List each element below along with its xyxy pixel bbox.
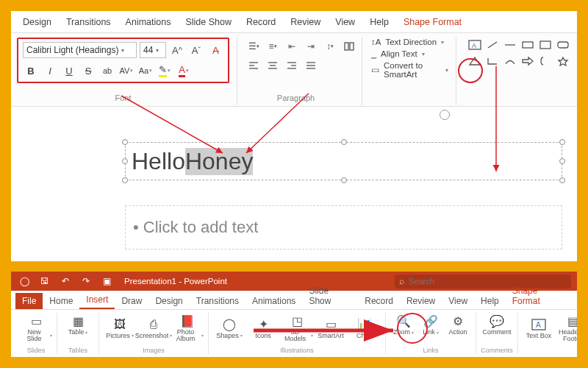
header-footer-button[interactable]: ▤Header & Footer — [556, 313, 577, 343]
tab-design[interactable]: Design — [15, 13, 59, 31]
smartart-icon: ▭ — [323, 316, 339, 333]
change-case-button[interactable]: Aa▾ — [137, 63, 154, 79]
text-box-button[interactable]: AText Box — [523, 316, 555, 339]
svg-text:A: A — [472, 42, 476, 49]
align-text-button[interactable]: ⎯Align Text▾ — [371, 49, 448, 58]
textbox-shape-icon[interactable]: A — [467, 38, 483, 52]
shapes-button[interactable]: ◯Shapes▾ — [213, 316, 245, 339]
tab-slideshow[interactable]: Slide Show — [178, 13, 239, 31]
tab-transitions[interactable]: Transitions — [190, 293, 245, 309]
line-shape-icon[interactable] — [484, 38, 501, 52]
align-left-button[interactable] — [245, 57, 262, 74]
font-name-combo[interactable]: Calibri Light (Headings)▾ — [23, 42, 137, 58]
rect-shape-icon[interactable] — [520, 38, 536, 52]
star-shape-icon[interactable] — [555, 54, 571, 68]
action-icon: ⚙ — [450, 313, 466, 329]
tab-insert[interactable]: Insert — [79, 291, 115, 309]
chevron-down-icon: ▾ — [121, 47, 124, 54]
decrease-font-button[interactable]: Aˇ — [188, 42, 204, 58]
tab-animations[interactable]: Animations — [118, 13, 179, 31]
redo-button[interactable]: ↷ — [79, 274, 93, 289]
zoom-button[interactable]: 🔍Zoom▾ — [390, 313, 417, 336]
highlight-button[interactable]: ✎▾ — [157, 63, 173, 79]
3d-models-button[interactable]: ◳3D Models▾ — [281, 313, 313, 343]
pictures-button[interactable]: 🖼Pictures▾ — [104, 316, 136, 339]
shapes-gallery[interactable]: A — [456, 38, 571, 68]
tab-review[interactable]: Review — [283, 13, 328, 31]
convert-smartart-button[interactable]: ▭Convert to SmartArt▾ — [371, 61, 448, 79]
action-button[interactable]: ⚙Action — [445, 313, 471, 336]
undo-button[interactable]: ↶ — [58, 274, 73, 289]
tab-animations[interactable]: Animations — [245, 293, 302, 309]
svg-rect-19 — [540, 41, 551, 49]
insert-ribbon: ▭New Slide▾ Slides ▦Table▾ Tables 🖼Pictu… — [11, 310, 577, 355]
tab-view[interactable]: View — [442, 293, 474, 309]
numbering-button[interactable]: ≡▾ — [264, 38, 282, 55]
rotate-handle[interactable] — [440, 110, 450, 120]
increase-indent-button[interactable]: ⇥ — [302, 38, 320, 55]
tab-record[interactable]: Record — [239, 13, 283, 31]
tab-shape-format[interactable]: Shape Format — [506, 283, 573, 309]
new-slide-icon: ▭ — [28, 313, 44, 329]
elbow-connector-icon[interactable] — [484, 54, 501, 68]
italic-button[interactable]: I — [42, 63, 58, 79]
shapes-icon: ◯ — [221, 316, 237, 333]
chart-button[interactable]: 📊Chart — [348, 316, 381, 339]
photo-album-button[interactable]: 📕Photo Album▾ — [171, 313, 204, 343]
triangle-shape-icon[interactable] — [467, 54, 483, 68]
bold-button[interactable]: B — [23, 63, 39, 79]
tab-draw[interactable]: Draw — [115, 293, 148, 309]
paragraph-group-label: Paragraph — [237, 93, 354, 102]
font-size-combo[interactable]: 44▾ — [140, 42, 166, 58]
comment-button[interactable]: 💬Comment — [481, 313, 513, 336]
clear-format-button[interactable]: A̶ — [207, 42, 223, 58]
columns-button[interactable] — [340, 38, 358, 55]
slide-canvas[interactable]: Hello Honey • Click to add text — [125, 129, 562, 254]
rect-shape-icon[interactable] — [537, 38, 553, 52]
title-placeholder[interactable]: Hello Honey — [125, 142, 562, 180]
tab-help[interactable]: Help — [362, 13, 396, 31]
bullets-button[interactable]: ☰▾ — [245, 38, 262, 55]
new-slide-button[interactable]: ▭New Slide▾ — [20, 313, 52, 343]
smartart-icon: ▭ — [371, 65, 379, 75]
brace-shape-icon[interactable] — [537, 54, 553, 68]
rounded-rect-icon[interactable] — [555, 38, 571, 52]
autosave-toggle[interactable]: ◯ — [17, 274, 32, 289]
tab-shape-format[interactable]: Shape Format — [396, 13, 469, 31]
strike-button[interactable]: S — [80, 63, 96, 79]
tab-design[interactable]: Design — [148, 293, 189, 309]
tab-view[interactable]: View — [328, 13, 362, 31]
arrow-shape-icon[interactable] — [520, 54, 536, 68]
justify-button[interactable] — [302, 57, 320, 74]
line-shape-icon[interactable] — [502, 38, 518, 52]
pictures-icon: 🖼 — [112, 316, 128, 333]
tab-help[interactable]: Help — [474, 293, 506, 309]
decrease-indent-button[interactable]: ⇤ — [283, 38, 301, 55]
shadow-button[interactable]: ab — [99, 63, 115, 79]
spacing-button[interactable]: AV▾ — [118, 63, 135, 79]
tab-review[interactable]: Review — [400, 293, 442, 309]
body-placeholder[interactable]: • Click to add text — [125, 205, 562, 250]
tab-file[interactable]: File — [15, 293, 43, 309]
images-group-label: Images — [104, 347, 204, 354]
comments-group-label: Comments — [481, 347, 513, 354]
font-color-button[interactable]: A▾ — [176, 63, 192, 79]
curve-shape-icon[interactable] — [502, 54, 518, 68]
screenshot-button[interactable]: ⎙Screenshot▾ — [137, 316, 170, 339]
tab-record[interactable]: Record — [358, 293, 400, 309]
tab-slideshow[interactable]: Slide Show — [302, 283, 358, 309]
align-right-button[interactable] — [283, 57, 301, 74]
table-button[interactable]: ▦Table▾ — [62, 313, 94, 336]
align-center-button[interactable] — [264, 57, 282, 74]
tab-transitions[interactable]: Transitions — [59, 13, 118, 31]
save-button[interactable]: 🖫 — [37, 274, 52, 289]
start-slideshow-button[interactable]: ▣ — [99, 274, 114, 289]
icons-button[interactable]: ✦Icons — [247, 316, 279, 339]
tab-home[interactable]: Home — [43, 293, 79, 309]
line-spacing-button[interactable]: ↕▾ — [321, 38, 339, 55]
text-direction-button[interactable]: ↕AText Direction▾ — [371, 38, 448, 46]
link-button[interactable]: 🔗Link▾ — [418, 313, 443, 336]
underline-button[interactable]: U — [61, 63, 77, 79]
smartart-button[interactable]: ▭SmartArt — [315, 316, 347, 339]
increase-font-button[interactable]: A^ — [169, 42, 185, 58]
